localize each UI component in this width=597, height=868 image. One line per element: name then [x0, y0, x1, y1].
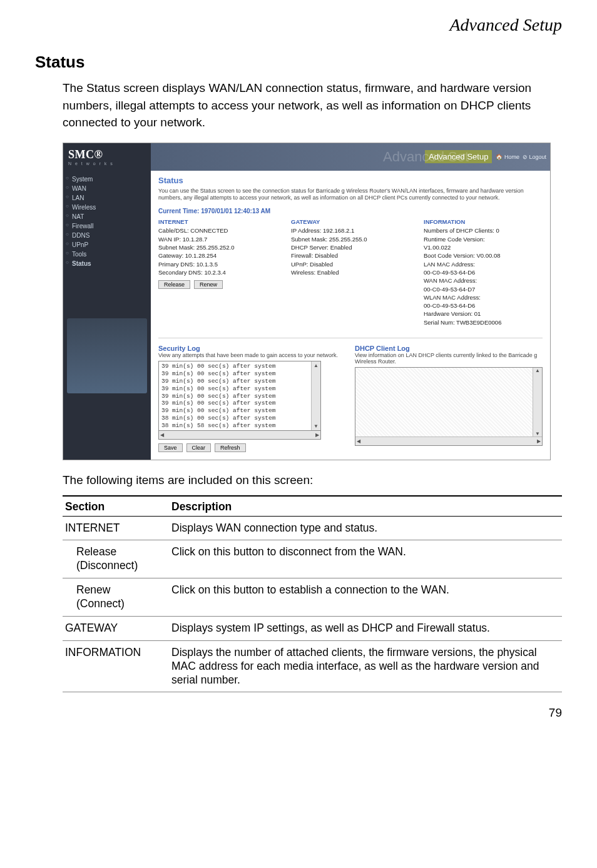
- info-line: 00-C0-49-53-64-D6: [424, 268, 543, 276]
- gateway-line: Wireless: Enabled: [291, 268, 410, 276]
- internet-line: WAN IP: 10.1.28.7: [158, 235, 277, 243]
- page-header: Advanced Setup: [35, 15, 562, 35]
- renew-button[interactable]: Renew: [194, 280, 223, 289]
- dhcp-d: View information on LAN DHCP clients cur…: [355, 352, 543, 365]
- th-section: Section: [63, 496, 169, 517]
- gateway-line: DHCP Server: Enabled: [291, 243, 410, 251]
- dhcp-log-col: DHCP Client Log View information on LAN …: [355, 345, 543, 452]
- info-line: Serial Num: TWB3E9DE0006: [424, 318, 543, 326]
- internet-line: Subnet Mask: 255.255.252.0: [158, 243, 277, 251]
- internet-line: Cable/DSL: CONNECTED: [158, 226, 277, 235]
- info-line: 00-C0-49-53-64-D7: [424, 285, 543, 293]
- info-line: Runtime Code Version:: [424, 235, 543, 243]
- scrollbar-v[interactable]: ▲▼: [533, 368, 542, 437]
- logout-link[interactable]: Logout: [529, 154, 546, 160]
- table-row-desc: Displays the number of attached clients,…: [169, 640, 562, 692]
- description-table: Section Description INTERNETDisplays WAN…: [63, 495, 562, 693]
- info-line: V1.00.022: [424, 243, 543, 251]
- screenshot: SMC® N e t w o r k s Advanced Set Advanc…: [63, 143, 551, 460]
- table-row-desc: Click on this button to establish a conn…: [169, 578, 562, 617]
- seclog-text: 39 min(s) 00 sec(s) after system 39 min(…: [159, 361, 311, 430]
- info-line: WLAN MAC Address:: [424, 293, 543, 301]
- info-line: Hardware Version: 01: [424, 310, 543, 318]
- sidebar-image: [67, 318, 147, 393]
- gateway-line: IP Address: 192.168.2.1: [291, 226, 410, 235]
- info-h: INFORMATION: [424, 218, 543, 226]
- sidebar: System WAN LAN Wireless NAT Firewall DDN…: [63, 171, 151, 460]
- info-panel: INFORMATION Numbers of DHCP Clients: 0 R…: [424, 218, 543, 326]
- dhcp-h: DHCP Client Log: [355, 345, 543, 352]
- internet-panel: INTERNET Cable/DSL: CONNECTED WAN IP: 10…: [158, 218, 277, 326]
- refresh-button[interactable]: Refresh: [215, 443, 246, 452]
- table-row-section: Renew(Connect): [63, 578, 169, 617]
- banner-links: 🏠 Home ⊘ Logout: [496, 154, 546, 160]
- gateway-line: UPnP: Disabled: [291, 260, 410, 268]
- internet-line: Gateway: 10.1.28.254: [158, 251, 277, 260]
- gateway-line: Subnet Mask: 255.255.255.0: [291, 235, 410, 243]
- info-line: 00-C0-49-53-64-D6: [424, 301, 543, 310]
- info-line: WAN MAC Address:: [424, 276, 543, 285]
- info-line: Boot Code Version: V0.00.08: [424, 251, 543, 260]
- status-heading: Status: [158, 176, 543, 185]
- nav-nat[interactable]: NAT: [67, 212, 147, 221]
- page-number: 79: [35, 706, 562, 720]
- gateway-line: Firewall: Disabled: [291, 251, 410, 260]
- banner-ghost: Advanced Set: [383, 149, 469, 165]
- nav-lan[interactable]: LAN: [67, 193, 147, 203]
- clear-button[interactable]: Clear: [186, 443, 212, 452]
- logo: SMC® N e t w o r k s: [63, 143, 151, 171]
- nav-tools[interactable]: Tools: [67, 250, 147, 259]
- section-title: Status: [35, 53, 562, 72]
- info-line: Numbers of DHCP Clients: 0: [424, 226, 543, 235]
- scrollbar-h[interactable]: ◀▶: [355, 437, 542, 445]
- current-time: Current Time: 1970/01/01 12:40:13 AM: [158, 208, 543, 214]
- nav-upnp[interactable]: UPnP: [67, 240, 147, 250]
- scrollbar-v[interactable]: ▲▼: [311, 361, 320, 430]
- logo-sub: N e t w o r k s: [68, 161, 151, 166]
- home-link[interactable]: Home: [504, 154, 519, 160]
- table-row-section: Release(Disconnect): [63, 540, 169, 578]
- save-button[interactable]: Save: [158, 443, 183, 452]
- intro-text: The Status screen displays WAN/LAN conne…: [63, 79, 562, 131]
- table-row-section: INFORMATION: [63, 640, 169, 692]
- internet-line: Primary DNS: 10.1.3.5: [158, 260, 277, 268]
- nav-system[interactable]: System: [67, 174, 147, 184]
- release-button[interactable]: Release: [158, 280, 190, 289]
- table-row-section: INTERNET: [63, 516, 169, 540]
- security-log-col: Security Log View any attempts that have…: [158, 345, 341, 452]
- info-line: LAN MAC Address:: [424, 260, 543, 268]
- table-row-section: GATEWAY: [63, 616, 169, 640]
- post-text: The following items are included on this…: [63, 472, 562, 489]
- banner: Advanced Set Advanced Setup 🏠 Home ⊘ Log…: [151, 143, 550, 171]
- nav-wireless[interactable]: Wireless: [67, 203, 147, 212]
- gateway-h: GATEWAY: [291, 218, 410, 226]
- table-row-desc: Displays WAN connection type and status.: [169, 516, 562, 540]
- th-description: Description: [169, 496, 562, 517]
- table-row-desc: Displays system IP settings, as well as …: [169, 616, 562, 640]
- dhcp-box[interactable]: ▲▼ ◀▶: [355, 367, 543, 446]
- seclog-d: View any attempts that have been made to…: [158, 352, 341, 358]
- seclog-h: Security Log: [158, 345, 341, 352]
- logo-main: SMC®: [68, 148, 151, 161]
- status-desc: You can use the Status screen to see the…: [158, 188, 543, 202]
- nav-firewall[interactable]: Firewall: [67, 221, 147, 231]
- table-row-desc: Click on this button to disconnect from …: [169, 540, 562, 578]
- nav-wan[interactable]: WAN: [67, 184, 147, 193]
- internet-line: Secondary DNS: 10.2.3.4: [158, 268, 277, 276]
- home-icon[interactable]: 🏠: [496, 154, 504, 160]
- nav-ddns[interactable]: DDNS: [67, 231, 147, 240]
- internet-h: INTERNET: [158, 218, 277, 226]
- scrollbar-h[interactable]: ◀▶: [158, 431, 321, 440]
- nav-status[interactable]: Status: [67, 259, 147, 268]
- gateway-panel: GATEWAY IP Address: 192.168.2.1 Subnet M…: [291, 218, 410, 326]
- seclog-box[interactable]: 39 min(s) 00 sec(s) after system 39 min(…: [158, 361, 321, 431]
